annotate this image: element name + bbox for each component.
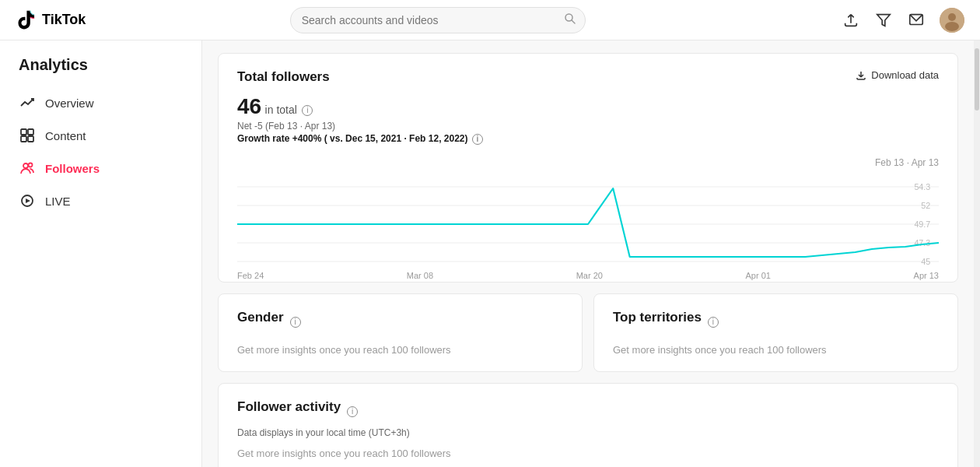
sidebar-item-followers[interactable]: Followers [0, 152, 201, 184]
header-actions [842, 8, 964, 33]
scrollbar-thumb[interactable] [975, 48, 979, 111]
logo-text: TikTok [42, 12, 86, 28]
follower-activity-title: Follower activity [237, 399, 341, 415]
x-label-2: Mar 20 [576, 271, 603, 280]
followers-chart: 54.3 52 49.7 47.3 45 [237, 171, 939, 265]
svg-text:52: 52 [921, 202, 930, 210]
total-followers-card: Total followers Download data 46 in tota… [218, 53, 958, 283]
download-label: Download data [871, 69, 939, 81]
header: TikTok [0, 0, 980, 40]
x-label-4: Apr 13 [914, 271, 939, 280]
followers-count-row: 46 in total i [237, 94, 939, 119]
svg-text:45: 45 [921, 258, 930, 265]
search-bar [290, 7, 586, 33]
sidebar-item-content-label: Content [45, 129, 86, 142]
content-area: Total followers Download data 46 in tota… [202, 40, 974, 467]
sidebar-item-content[interactable]: Content [0, 119, 201, 152]
followers-icon [19, 160, 36, 177]
upload-icon[interactable] [842, 11, 860, 30]
search-icon [564, 12, 576, 28]
logo: TikTok [16, 9, 156, 31]
scrollbar-track[interactable] [974, 40, 980, 467]
x-label-0: Feb 24 [237, 271, 264, 280]
info-icon-count[interactable]: i [302, 105, 313, 116]
svg-point-12 [29, 163, 33, 167]
x-label-1: Mar 08 [407, 271, 433, 280]
net-change: Net -5 (Feb 13 · Apr 13) [237, 121, 939, 132]
message-icon[interactable] [907, 11, 926, 30]
activity-insight: Get more insights once you reach 100 fol… [237, 448, 939, 459]
main-layout: Analytics Overview Content Followers LIV… [0, 40, 980, 467]
svg-marker-14 [26, 198, 30, 203]
svg-marker-2 [877, 14, 891, 26]
download-button[interactable]: Download data [856, 69, 939, 81]
info-icon-territories[interactable]: i [708, 317, 719, 328]
gender-card: Gender i Get more insights once you reac… [218, 293, 583, 372]
search-input[interactable] [290, 7, 586, 33]
follower-activity-card: Follower activity i Data displays in you… [218, 383, 958, 467]
growth-rate: Growth rate +400% ( vs. Dec 15, 2021 · F… [237, 133, 939, 145]
info-icon-activity[interactable]: i [347, 406, 358, 417]
filter-icon[interactable] [874, 11, 893, 30]
x-axis: Feb 24 Mar 08 Mar 20 Apr 01 Apr 13 [237, 268, 939, 280]
follower-activity-subtitle: Data displays in your local time (UTC+3h… [237, 427, 939, 438]
sidebar: Analytics Overview Content Followers LIV… [0, 40, 202, 467]
x-label-3: Apr 01 [746, 271, 771, 280]
avatar[interactable] [940, 8, 964, 33]
svg-text:54.3: 54.3 [914, 183, 930, 191]
sidebar-item-live-label: LIVE [45, 195, 71, 208]
sidebar-item-followers-label: Followers [45, 162, 100, 175]
total-suffix: in total [265, 104, 297, 116]
chart-container: Feb 13 · Apr 13 54.3 52 49.7 47.3 45 [237, 157, 939, 266]
sidebar-item-overview[interactable]: Overview [0, 86, 201, 119]
svg-rect-7 [21, 129, 26, 135]
two-col-row: Gender i Get more insights once you reac… [218, 293, 958, 372]
sidebar-item-live[interactable]: LIVE [0, 184, 201, 217]
sidebar-item-overview-label: Overview [45, 97, 94, 110]
svg-point-11 [23, 163, 28, 168]
svg-rect-9 [21, 136, 26, 142]
total-count: 46 [237, 94, 261, 118]
svg-point-6 [945, 22, 959, 31]
info-icon-gender[interactable]: i [290, 317, 301, 328]
svg-rect-8 [28, 129, 33, 135]
territories-insight: Get more insights once you reach 100 fol… [613, 344, 939, 356]
total-followers-title: Total followers [237, 69, 330, 85]
top-territories-card: Top territories i Get more insights once… [593, 293, 958, 372]
svg-point-5 [948, 13, 956, 21]
gender-insight: Get more insights once you reach 100 fol… [237, 344, 563, 356]
gender-title: Gender [237, 310, 284, 325]
content-icon [19, 127, 36, 144]
svg-line-1 [572, 20, 575, 23]
live-icon [19, 192, 36, 209]
svg-rect-10 [28, 136, 33, 142]
date-range: Feb 13 · Apr 13 [237, 157, 939, 168]
overview-icon [19, 94, 36, 111]
svg-text:49.7: 49.7 [914, 220, 930, 229]
tiktok-logo-icon [16, 9, 37, 31]
info-icon-growth[interactable]: i [472, 134, 483, 145]
sidebar-title: Analytics [0, 56, 201, 86]
top-territories-title: Top territories [613, 310, 702, 325]
